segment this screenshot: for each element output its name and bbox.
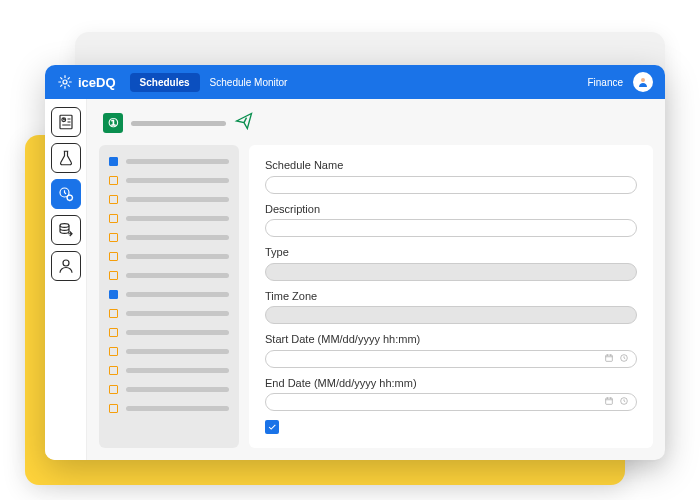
description-label: Description xyxy=(265,203,637,215)
schedule-name-label: Schedule Name xyxy=(265,159,637,171)
report-icon xyxy=(57,113,75,131)
main-area: ① xyxy=(87,99,665,460)
svg-point-7 xyxy=(63,260,69,266)
svg-rect-8 xyxy=(606,355,613,361)
enabled-checkbox[interactable] xyxy=(265,420,279,434)
user-icon xyxy=(57,257,75,275)
type-label: Type xyxy=(265,246,637,258)
sidebar-item-lab[interactable] xyxy=(51,143,81,173)
brand-logo-icon xyxy=(57,74,73,90)
svg-rect-10 xyxy=(606,398,613,404)
svg-point-5 xyxy=(67,195,72,200)
brand[interactable]: iceDQ xyxy=(57,74,116,90)
list-item[interactable] xyxy=(109,195,229,204)
calendar-icon[interactable] xyxy=(604,396,614,406)
list-item[interactable] xyxy=(109,252,229,261)
list-item[interactable] xyxy=(109,271,229,280)
clock-gear-icon xyxy=(57,185,75,203)
list-item[interactable] xyxy=(109,309,229,318)
schedule-type-icon: ① xyxy=(103,113,123,133)
clock-icon[interactable] xyxy=(619,353,629,363)
sidebar-item-users[interactable] xyxy=(51,251,81,281)
list-item[interactable] xyxy=(109,157,229,166)
list-item[interactable] xyxy=(109,328,229,337)
schedule-form-pane: Schedule Name Description Type Time Zone xyxy=(249,145,653,448)
schedule-name-input[interactable] xyxy=(265,176,637,194)
time-zone-input[interactable] xyxy=(265,306,637,324)
start-date-label: Start Date (MM/dd/yyyy hh:mm) xyxy=(265,333,637,345)
list-item[interactable] xyxy=(109,233,229,242)
brand-name: iceDQ xyxy=(78,75,116,90)
schedule-title-row: ① xyxy=(99,109,653,137)
user-avatar-icon xyxy=(637,76,649,88)
database-icon xyxy=(57,221,75,239)
sidebar-item-reports[interactable] xyxy=(51,107,81,137)
list-item[interactable] xyxy=(109,214,229,223)
end-date-input[interactable] xyxy=(265,393,637,411)
list-item[interactable] xyxy=(109,385,229,394)
app-window: iceDQ Schedules Schedule Monitor Finance xyxy=(45,65,665,460)
sidebar xyxy=(45,99,87,460)
svg-point-1 xyxy=(641,78,645,82)
check-icon xyxy=(267,422,277,432)
app-body: ① xyxy=(45,99,665,460)
calendar-icon[interactable] xyxy=(604,353,614,363)
tab-schedule-monitor[interactable]: Schedule Monitor xyxy=(210,77,288,88)
clock-icon[interactable] xyxy=(619,396,629,406)
sidebar-item-data[interactable] xyxy=(51,215,81,245)
start-date-input[interactable] xyxy=(265,350,637,368)
sidebar-item-schedules[interactable] xyxy=(51,179,81,209)
list-item[interactable] xyxy=(109,290,229,299)
top-bar: iceDQ Schedules Schedule Monitor Finance xyxy=(45,65,665,99)
tab-schedules[interactable]: Schedules xyxy=(130,73,200,92)
schedule-name-placeholder xyxy=(131,121,226,126)
description-input[interactable] xyxy=(265,219,637,237)
list-item[interactable] xyxy=(109,176,229,185)
list-item[interactable] xyxy=(109,366,229,375)
workspace-label[interactable]: Finance xyxy=(587,77,623,88)
list-item[interactable] xyxy=(109,404,229,413)
type-input[interactable] xyxy=(265,263,637,281)
flask-icon xyxy=(57,149,75,167)
send-icon[interactable] xyxy=(234,111,254,135)
list-item[interactable] xyxy=(109,347,229,356)
svg-point-0 xyxy=(63,80,67,84)
end-date-label: End Date (MM/dd/yyyy hh:mm) xyxy=(265,377,637,389)
schedule-list-pane xyxy=(99,145,239,448)
avatar[interactable] xyxy=(633,72,653,92)
svg-point-6 xyxy=(60,224,69,228)
time-zone-label: Time Zone xyxy=(265,290,637,302)
